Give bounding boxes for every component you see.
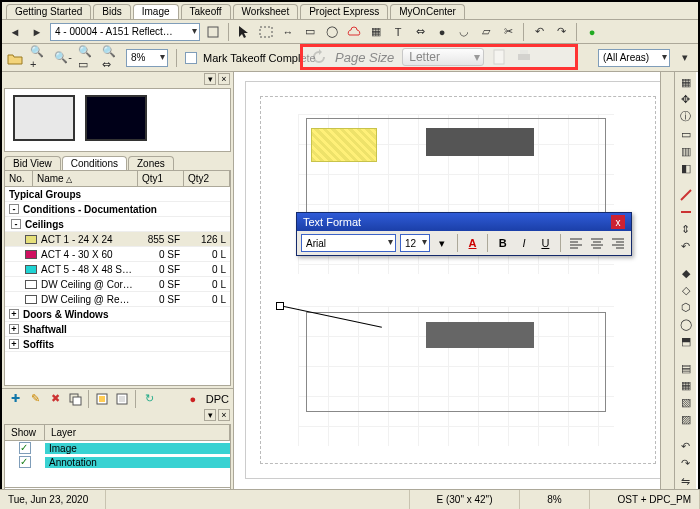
measure-tool-icon[interactable]: ↔ bbox=[279, 23, 297, 41]
shape-rect-icon[interactable]: ▭ bbox=[301, 23, 319, 41]
checkmark-icon[interactable]: ● bbox=[583, 23, 601, 41]
shape-oval-icon[interactable]: ◯ bbox=[323, 23, 341, 41]
select-tool-icon[interactable] bbox=[257, 23, 275, 41]
col-layer[interactable]: Layer bbox=[45, 425, 230, 440]
dpc-record-button[interactable]: ● bbox=[184, 391, 202, 407]
rvt-rot-r-icon[interactable]: ↷ bbox=[677, 457, 695, 471]
col-qty1[interactable]: Qty1 bbox=[138, 171, 184, 186]
rvt-layer3-icon[interactable]: ▧ bbox=[677, 396, 695, 410]
font-size-dropdown-icon[interactable]: ▾ bbox=[434, 234, 451, 252]
rvt-view-icon[interactable]: ◧ bbox=[677, 161, 695, 175]
condition-row[interactable]: ACT 5 - 48 X 48 S…0 SF0 L bbox=[5, 262, 230, 277]
zoom-combo[interactable]: 8% bbox=[126, 49, 168, 67]
group-ceilings[interactable]: -Ceilings bbox=[5, 217, 230, 232]
rvt-flip-h-icon[interactable]: ⇋ bbox=[677, 474, 695, 488]
areas-combo[interactable]: (All Areas) bbox=[598, 49, 670, 67]
rvt-cell-icon[interactable]: ▥ bbox=[677, 144, 695, 158]
count-tool-icon[interactable]: ● bbox=[433, 23, 451, 41]
rvt-dim-icon[interactable]: ⇕ bbox=[677, 222, 695, 236]
delete-button[interactable]: ✖ bbox=[46, 391, 64, 407]
font-size-combo[interactable]: 12 bbox=[400, 234, 430, 252]
tab-worksheet[interactable]: Worksheet bbox=[233, 4, 299, 19]
group-cond-doc[interactable]: -Conditions - Documentation bbox=[5, 202, 230, 217]
edit-button[interactable]: ✎ bbox=[26, 391, 44, 407]
thumbnail-1[interactable] bbox=[13, 95, 75, 141]
tab-takeoff[interactable]: Takeoff bbox=[181, 4, 231, 19]
rotate-icon[interactable] bbox=[311, 49, 327, 65]
page-icon[interactable] bbox=[492, 49, 508, 65]
align-center-button[interactable] bbox=[588, 234, 605, 252]
rvt-tool-a-icon[interactable]: ◆ bbox=[677, 266, 695, 280]
undo-button[interactable]: ↶ bbox=[530, 23, 548, 41]
zoom-fit-icon[interactable]: 🔍⇔ bbox=[102, 49, 120, 67]
copy-button[interactable] bbox=[66, 391, 84, 407]
zoom-region-icon[interactable]: 🔍▭ bbox=[78, 49, 96, 67]
page-size-combo[interactable]: Letter bbox=[402, 48, 484, 66]
layer-image-checkbox[interactable] bbox=[19, 442, 31, 454]
arc-tool-icon[interactable]: ◡ bbox=[455, 23, 473, 41]
rvt-rot-l-icon[interactable]: ↶ bbox=[677, 440, 695, 454]
tab-project-express[interactable]: Project Express bbox=[300, 4, 388, 19]
rvt-info-icon[interactable]: ⓘ bbox=[677, 109, 695, 124]
tab-conditions[interactable]: Conditions bbox=[62, 156, 127, 170]
refresh-button[interactable]: ↻ bbox=[140, 391, 158, 407]
highlight-tool-icon[interactable]: ▦ bbox=[367, 23, 385, 41]
text-format-title-bar[interactable]: Text Format x bbox=[297, 213, 631, 231]
layer-annotation-checkbox[interactable] bbox=[19, 456, 31, 468]
tab-bids[interactable]: Bids bbox=[93, 4, 130, 19]
condition-row[interactable]: ACT 1 - 24 X 24855 SF126 L bbox=[5, 232, 230, 247]
col-qty2[interactable]: Qty2 bbox=[184, 171, 230, 186]
align-left-button[interactable] bbox=[567, 234, 584, 252]
rvt-page-icon[interactable]: ▭ bbox=[677, 127, 695, 141]
redo-button[interactable]: ↷ bbox=[552, 23, 570, 41]
layer-pin-button[interactable]: ▾ bbox=[204, 409, 216, 421]
font-family-combo[interactable]: Arial bbox=[301, 234, 396, 252]
areas-extra-icon[interactable]: ▾ bbox=[676, 49, 694, 67]
font-color-button[interactable]: A bbox=[464, 234, 481, 252]
thumbnail-strip[interactable] bbox=[4, 88, 231, 152]
thumb-pin-button[interactable]: ▾ bbox=[204, 73, 216, 85]
condition-row[interactable]: DW Ceiling @ Cor…0 SF0 L bbox=[5, 277, 230, 292]
rvt-tool-d-icon[interactable]: ◯ bbox=[677, 318, 695, 332]
area-tool-icon[interactable]: ▱ bbox=[477, 23, 495, 41]
nav-next-button[interactable]: ► bbox=[28, 23, 46, 41]
add-button[interactable]: ✚ bbox=[6, 391, 24, 407]
rvt-tool-e-icon[interactable]: ⬒ bbox=[677, 335, 695, 349]
col-no[interactable]: No. bbox=[5, 171, 33, 186]
rvt-ruler-icon[interactable] bbox=[677, 188, 695, 202]
text-format-toolbar[interactable]: Text Format x Arial 12 ▾ A B I U bbox=[296, 212, 632, 256]
zoom-in-icon[interactable]: 🔍+ bbox=[30, 49, 48, 67]
layer-row-annotation[interactable]: Annotation bbox=[5, 455, 230, 469]
group-typical[interactable]: Typical Groups bbox=[5, 187, 230, 202]
condition-row[interactable]: DW Ceiling @ Re…0 SF0 L bbox=[5, 292, 230, 307]
canvas[interactable]: Text Format x Arial 12 ▾ A B I U bbox=[234, 72, 698, 508]
filter-button[interactable] bbox=[93, 391, 111, 407]
rvt-pan-icon[interactable]: ✥ bbox=[677, 92, 695, 106]
open-icon[interactable] bbox=[6, 49, 24, 67]
tab-image[interactable]: Image bbox=[133, 4, 179, 19]
rvt-undo-icon[interactable]: ↶ bbox=[677, 239, 695, 253]
rvt-layer2-icon[interactable]: ▦ bbox=[677, 379, 695, 393]
col-name[interactable]: Name △ bbox=[33, 171, 138, 186]
rvt-tool-c-icon[interactable]: ⬡ bbox=[677, 301, 695, 315]
layer-row-image[interactable]: Image bbox=[5, 441, 230, 455]
thumb-close-button[interactable]: × bbox=[218, 73, 230, 85]
tab-bid-view[interactable]: Bid View bbox=[4, 156, 61, 170]
group-shaftwall[interactable]: +Shaftwall bbox=[5, 322, 230, 337]
tab-zones[interactable]: Zones bbox=[128, 156, 174, 170]
pointer-tool-icon[interactable] bbox=[235, 23, 253, 41]
bold-button[interactable]: B bbox=[494, 234, 511, 252]
underline-button[interactable]: U bbox=[537, 234, 554, 252]
align-right-button[interactable] bbox=[610, 234, 627, 252]
zoom-out-icon[interactable]: 🔍- bbox=[54, 49, 72, 67]
condition-row[interactable]: ACT 4 - 30 X 600 SF0 L bbox=[5, 247, 230, 262]
col-show[interactable]: Show bbox=[5, 425, 45, 440]
takeoff-highlight[interactable] bbox=[311, 128, 377, 162]
dim-tool-icon[interactable]: ⇔ bbox=[411, 23, 429, 41]
layer-close-button[interactable]: × bbox=[218, 409, 230, 421]
page-selector-combo[interactable]: 4 - 00004 - A151 Reflect… bbox=[50, 23, 200, 41]
group-soffits[interactable]: +Soffits bbox=[5, 337, 230, 352]
print-icon[interactable] bbox=[516, 49, 532, 65]
text-tool-icon[interactable]: T bbox=[389, 23, 407, 41]
thumbnail-2[interactable] bbox=[85, 95, 147, 141]
